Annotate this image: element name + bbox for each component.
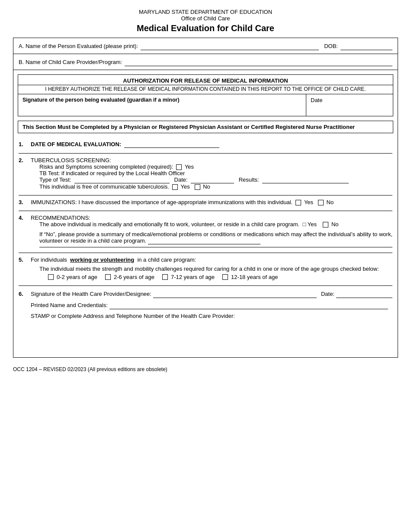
s1-content: DATE OF MEDICAL EVALUATION: bbox=[31, 141, 392, 148]
office-title: Office of Child Care bbox=[13, 15, 398, 22]
section-a-label: A. Name of the Person Evaluated (please … bbox=[19, 43, 138, 49]
s6-sig-label: Signature of the Health Care Provider/De… bbox=[31, 291, 151, 297]
s6-printed-label: Printed Name and Credentials: bbox=[31, 302, 108, 308]
s6-date-label: Date: bbox=[321, 291, 334, 297]
physician-note: This Section Must be Completed by a Phys… bbox=[22, 124, 355, 130]
s2-num: 2. bbox=[19, 157, 31, 163]
s1-date-input[interactable] bbox=[124, 141, 219, 148]
section-5: 5. For individuals working or volunteeri… bbox=[19, 253, 392, 286]
section-b: B. Name of Child Care Provider/Program: bbox=[13, 54, 398, 70]
auth-sig-row: Signature of the person being evaluated … bbox=[18, 94, 393, 116]
s6-stamp-label: STAMP or Complete Address and Telephone … bbox=[31, 313, 392, 319]
s5-content: For individuals working or volunteering … bbox=[31, 256, 392, 280]
footer: OCC 1204 – REVISED 02/2023 (All previous… bbox=[13, 366, 398, 372]
s5-bold-underline: working or volunteering bbox=[70, 256, 134, 263]
s2-title: TUBERCULOSIS SCREENING: bbox=[31, 157, 392, 163]
s5-line1: The individual meets the strength and mo… bbox=[31, 266, 392, 272]
age-0-2-label: 0-2 years of age bbox=[57, 274, 97, 280]
s5-intro-line: For individuals working or volunteering … bbox=[31, 256, 392, 263]
s2-free-no-checkbox[interactable] bbox=[195, 184, 200, 190]
age-7-12-label: 7-12 years of age bbox=[171, 274, 215, 280]
s4-line1: The above individual is medically and em… bbox=[31, 221, 392, 228]
section-3: 3. IMMUNIZATIONS: I have discussed the i… bbox=[19, 195, 392, 211]
age-group-2-6: 2-6 years of age bbox=[105, 274, 154, 280]
age-group-12-18: 12-18 years of age bbox=[222, 274, 278, 280]
age-0-2-checkbox[interactable] bbox=[48, 274, 54, 280]
age-12-18-checkbox[interactable] bbox=[222, 274, 228, 280]
age-group-7-12: 7-12 years of age bbox=[162, 274, 215, 280]
s1-label: DATE OF MEDICAL EVALUATION: bbox=[31, 141, 121, 147]
page-title: Medical Evaluation for Child Care bbox=[13, 23, 398, 33]
s2-content: TUBERCULOSIS SCREENING: Risks and Sympto… bbox=[31, 157, 392, 190]
s3-content: IMMUNIZATIONS: I have discussed the impo… bbox=[31, 199, 392, 205]
age-7-12-checkbox[interactable] bbox=[162, 274, 168, 280]
s6-content: Signature of the Health Care Provider/De… bbox=[31, 290, 392, 354]
section-4: 4. RECOMMENDATIONS: The above individual… bbox=[19, 211, 392, 253]
s4-if-no: If “No”, please provide a summary of med… bbox=[31, 231, 392, 247]
s2-results-input[interactable] bbox=[262, 176, 349, 183]
stamp-area[interactable] bbox=[31, 319, 392, 354]
s2-date-input[interactable] bbox=[191, 176, 234, 183]
s3-num: 3. bbox=[19, 199, 31, 205]
age-group-0-2: 0-2 years of age bbox=[48, 274, 97, 280]
s2-type-input[interactable] bbox=[74, 176, 170, 183]
s6-sig-row: 6. Signature of the Health Care Provider… bbox=[19, 290, 392, 354]
s6-printed-input[interactable] bbox=[109, 301, 388, 309]
age-2-6-checkbox[interactable] bbox=[105, 274, 111, 280]
s2-free-yes-checkbox[interactable] bbox=[172, 184, 178, 190]
s3-no-checkbox[interactable] bbox=[318, 200, 324, 205]
s6-printed-row: Printed Name and Credentials: bbox=[31, 301, 392, 309]
agency-title: MARYLAND STATE DEPARTMENT OF EDUCATION bbox=[13, 9, 398, 15]
s4-label: RECOMMENDATIONS: bbox=[31, 215, 392, 221]
s1-num: 1. bbox=[19, 141, 31, 147]
s6-sig-input[interactable] bbox=[153, 290, 317, 298]
section-a: A. Name of the Person Evaluated (please … bbox=[13, 38, 398, 54]
footer-text: OCC 1204 – REVISED 02/2023 (All previous… bbox=[13, 366, 167, 372]
s4-content: RECOMMENDATIONS: The above individual is… bbox=[31, 215, 392, 247]
auth-subtitle: I HEREBY AUTHORIZE THE RELEASE OF MEDICA… bbox=[18, 85, 393, 94]
auth-sig-label: Signature of the person being evaluated … bbox=[18, 94, 306, 116]
section-b-label: B. Name of Child Care Provider/Program: bbox=[19, 59, 122, 65]
auth-title: AUTHORIZATION FOR RELEASE OF MEDICAL INF… bbox=[18, 75, 393, 85]
s2-line4: This individual is free of communicable … bbox=[31, 183, 392, 190]
s2-line1: Risks and Symptoms screening completed (… bbox=[31, 163, 392, 170]
s4-no-checkbox[interactable] bbox=[323, 222, 328, 228]
s5-num: 5. bbox=[19, 256, 31, 263]
age-2-6-label: 2-6 years of age bbox=[114, 274, 154, 280]
person-name-input[interactable] bbox=[141, 42, 319, 50]
physician-section: This Section Must be Completed by a Phys… bbox=[18, 121, 393, 133]
section-2: 2. TUBERCULOSIS SCREENING: Risks and Sym… bbox=[19, 154, 392, 195]
age-12-18-label: 12-18 years of age bbox=[231, 274, 278, 280]
auth-box: AUTHORIZATION FOR RELEASE OF MEDICAL INF… bbox=[18, 74, 393, 116]
s6-num: 6. bbox=[19, 291, 31, 297]
s4-line1-underline bbox=[39, 247, 392, 247]
s2-yes-checkbox[interactable] bbox=[176, 164, 182, 170]
dob-label: DOB: bbox=[324, 43, 338, 49]
section-1: 1. DATE OF MEDICAL EVALUATION: bbox=[19, 138, 392, 154]
s2-line2: TB Test: if indicated or required by the… bbox=[31, 170, 392, 176]
age-groups: 0-2 years of age 2-6 years of age 7-12 y… bbox=[31, 274, 392, 280]
s3-yes-checkbox[interactable] bbox=[295, 200, 301, 205]
s2-line3: Type of Test: Date: Results: bbox=[31, 176, 392, 183]
s4-num: 4. bbox=[19, 215, 31, 221]
s6-date-input[interactable] bbox=[336, 290, 392, 298]
auth-date-label: Date bbox=[306, 94, 393, 116]
s6-signature-row: Signature of the Health Care Provider/De… bbox=[31, 290, 392, 298]
section-6: 6. Signature of the Health Care Provider… bbox=[19, 286, 392, 357]
provider-name-input[interactable] bbox=[125, 58, 392, 66]
dob-input[interactable] bbox=[340, 42, 392, 50]
